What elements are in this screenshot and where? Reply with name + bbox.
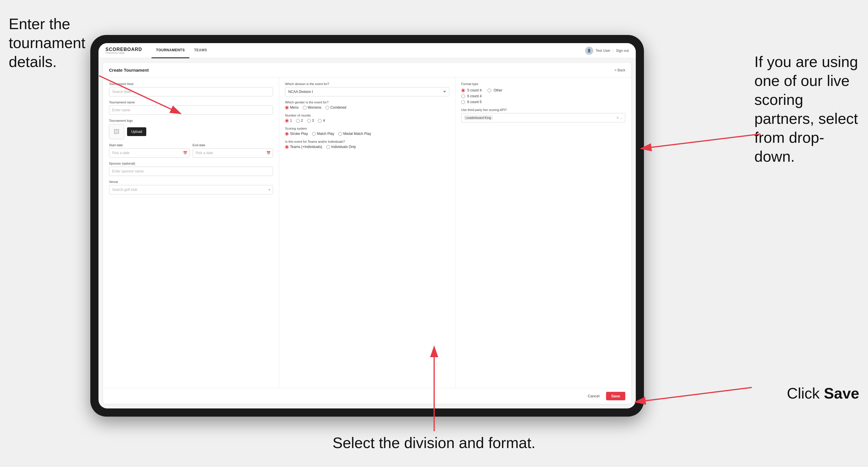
format-6c4-radio[interactable] — [461, 94, 465, 98]
scoring-match-radio[interactable] — [312, 132, 316, 136]
save-annotation: Save — [824, 385, 859, 402]
tournament-logo-label: Tournament logo — [109, 119, 273, 122]
rounds-2-label[interactable]: 2 — [296, 119, 303, 123]
tag-dropdown-icon[interactable]: ⌄ — [620, 116, 623, 120]
rounds-4-label[interactable]: 4 — [318, 119, 325, 123]
format-other-text: Other — [494, 88, 502, 92]
sign-out-link[interactable]: Sign out — [616, 49, 629, 53]
teams-individuals-label[interactable]: Individuals Only — [326, 145, 356, 149]
rounds-4-text: 4 — [323, 119, 325, 123]
annotation-top-right: If you are using one of our live scoring… — [754, 53, 859, 166]
tag-clear-icon[interactable]: ✕ — [616, 116, 619, 120]
user-avatar: 👤 — [585, 46, 593, 55]
scoring-group: Scoring system Stroke Play Match Play — [285, 127, 449, 136]
leaderboard-king-tag: Leaderboard King — [464, 115, 493, 120]
calendar-icon-end: 📅 — [266, 151, 271, 155]
scoring-radio-group: Stroke Play Match Play Medal Match Play — [285, 132, 449, 136]
sponsor-label: Sponsor (optional) — [109, 162, 273, 165]
format-5c4-radio[interactable] — [461, 89, 465, 92]
scoring-match-label[interactable]: Match Play — [312, 132, 334, 136]
end-date-group: End date 📅 — [193, 143, 273, 158]
tournament-host-group: Tournament Host — [109, 82, 273, 96]
format-6c5-text: 6 count 5 — [467, 100, 482, 104]
venue-group: Venue ▼ — [109, 180, 273, 194]
rounds-3-radio[interactable] — [307, 119, 311, 123]
back-link[interactable]: < Back — [615, 68, 625, 72]
col-middle: Which division is the event for? NCAA Di… — [279, 77, 455, 388]
division-select-wrapper: NCAA Division I NCAA Division II NCAA Di… — [285, 87, 449, 96]
start-date-wrapper: 📅 — [109, 148, 190, 158]
app-container: SCOREBOARD Powered by clippit TOURNAMENT… — [98, 43, 636, 408]
panel-title: Create Tournament — [109, 68, 149, 72]
tournament-name-label: Tournament name — [109, 100, 273, 104]
upload-button[interactable]: Upload — [127, 127, 146, 136]
top-nav: SCOREBOARD Powered by clippit TOURNAMENT… — [98, 43, 636, 58]
format-other-radio[interactable] — [488, 89, 491, 92]
rounds-1-radio[interactable] — [285, 119, 289, 123]
gender-combined-radio[interactable] — [326, 106, 329, 110]
scoring-label: Scoring system — [285, 127, 449, 130]
gender-group: Which gender is the event for? Mens Wome… — [285, 100, 449, 110]
date-row: Start date 📅 End date — [109, 143, 273, 158]
teams-teams-radio[interactable] — [285, 145, 289, 149]
rounds-3-label[interactable]: 3 — [307, 119, 314, 123]
format-list-right: Other — [488, 88, 502, 104]
rounds-1-label[interactable]: 1 — [285, 119, 292, 123]
teams-teams-label[interactable]: Teams (+Individuals) — [285, 145, 322, 149]
gender-mens-radio[interactable] — [285, 106, 289, 110]
division-group: Which division is the event for? NCAA Di… — [285, 82, 449, 96]
sponsor-input[interactable] — [109, 167, 273, 176]
rounds-radio-group: 1 2 3 — [285, 119, 449, 123]
format-6c5-radio[interactable] — [461, 100, 465, 104]
format-6c5-item: 6 count 5 — [461, 100, 482, 104]
gender-womens-label[interactable]: Womens — [303, 105, 321, 110]
tournament-name-group: Tournament name — [109, 100, 273, 115]
teams-individuals-radio[interactable] — [326, 145, 330, 149]
svg-line-2 — [641, 134, 761, 149]
teams-group: Is this event for Teams and/or Individua… — [285, 140, 449, 149]
rounds-2-radio[interactable] — [296, 119, 300, 123]
col-right: Format type 5 count 4 — [456, 77, 631, 388]
main-content: Create Tournament < Back Tournament Host — [98, 58, 636, 408]
end-date-input[interactable] — [193, 148, 273, 158]
nav-left: SCOREBOARD Powered by clippit TOURNAMENT… — [105, 43, 212, 58]
tab-tournaments[interactable]: TOURNAMENTS — [152, 43, 190, 58]
save-button[interactable]: Save — [606, 392, 625, 400]
format-type-group: Format type 5 count 4 — [461, 82, 625, 104]
image-icon: 🖼 — [114, 128, 120, 135]
scoring-match-text: Match Play — [317, 132, 334, 136]
scoring-medal-label[interactable]: Medal Match Play — [338, 132, 371, 136]
search-team-input[interactable] — [109, 87, 273, 96]
division-label: Which division is the event for? — [285, 82, 449, 86]
start-date-group: Start date 📅 — [109, 143, 190, 158]
nav-right: 👤 Test User | Sign out — [585, 46, 629, 55]
scoring-stroke-label[interactable]: Stroke Play — [285, 132, 308, 136]
format-6c4-item: 6 count 4 — [461, 94, 482, 98]
col-left: Tournament Host Tournament name Tourname… — [103, 77, 279, 388]
logo-upload-row: 🖼 Upload — [109, 124, 273, 139]
gender-combined-text: Combined — [331, 105, 346, 110]
format-list-left: 5 count 4 6 count 4 6 coun — [461, 88, 482, 104]
live-scoring-tag-select[interactable]: Leaderboard King ✕ ⌄ — [461, 113, 625, 122]
user-name: Test User — [595, 49, 611, 53]
nav-tabs: TOURNAMENTS TEAMS — [152, 43, 212, 58]
scoring-stroke-radio[interactable] — [285, 132, 289, 136]
start-date-input[interactable] — [109, 148, 190, 158]
scoring-medal-radio[interactable] — [338, 132, 342, 136]
rounds-3-text: 3 — [312, 119, 314, 123]
tournament-name-input[interactable] — [109, 105, 273, 115]
svg-line-3 — [635, 387, 752, 402]
division-select[interactable]: NCAA Division I NCAA Division II NCAA Di… — [285, 87, 449, 96]
format-5c4-item: 5 count 4 — [461, 88, 482, 92]
create-panel: Create Tournament < Back Tournament Host — [103, 63, 631, 404]
gender-mens-label[interactable]: Mens — [285, 105, 298, 110]
rounds-4-radio[interactable] — [318, 119, 322, 123]
search-golf-club-input[interactable] — [109, 185, 273, 194]
gender-womens-radio[interactable] — [303, 106, 307, 110]
gender-label: Which gender is the event for? — [285, 100, 449, 104]
format-other-item: Other — [488, 88, 502, 92]
gender-combined-label[interactable]: Combined — [326, 105, 346, 110]
cancel-button[interactable]: Cancel — [584, 392, 603, 400]
tab-teams[interactable]: TEAMS — [189, 43, 212, 58]
live-scoring-group: Use third-party live scoring API? Leader… — [461, 108, 625, 122]
